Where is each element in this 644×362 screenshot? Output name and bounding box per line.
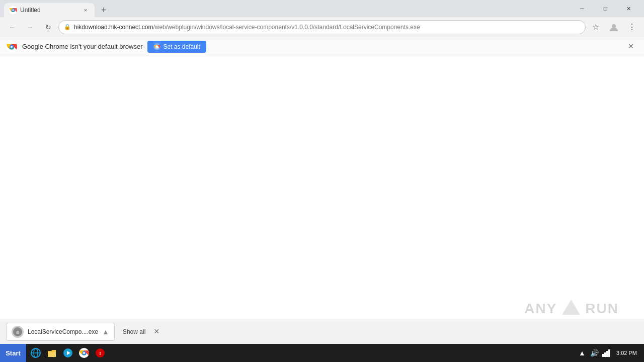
- system-clock[interactable]: 3:02 PM: [613, 349, 640, 356]
- address-host: hikdownload.hik-connect.com: [74, 24, 153, 31]
- clock-time: 3:02 PM: [616, 349, 637, 356]
- account-button[interactable]: [606, 19, 622, 35]
- anyrun-taskbar-icon: !: [95, 348, 105, 358]
- download-filename: LocalServiceCompo....exe: [28, 328, 98, 335]
- set-default-icon: [153, 43, 160, 50]
- folder-icon: [47, 348, 57, 358]
- bookmark-button[interactable]: ☆: [588, 19, 604, 35]
- close-download-bar-button[interactable]: ×: [149, 325, 164, 339]
- svg-point-24: [83, 352, 85, 354]
- chrome-logo-icon: [6, 41, 17, 52]
- info-bar: Google Chrome isn't your default browser…: [0, 37, 644, 56]
- close-info-button[interactable]: ×: [624, 40, 638, 54]
- nav-bar: ← → ↻ 🔒 hikdownload.hik-connect.com/web/…: [0, 17, 644, 37]
- title-bar: Untitled × + ─ □ ✕: [0, 0, 644, 17]
- svg-rect-29: [606, 351, 608, 357]
- close-window-button[interactable]: ✕: [617, 0, 640, 17]
- set-default-label: Set as default: [163, 43, 200, 50]
- tab-area: Untitled × +: [4, 0, 571, 17]
- taskbar-ie-icon[interactable]: [28, 344, 43, 362]
- new-tab-button[interactable]: +: [97, 3, 111, 17]
- download-file-icon: E: [12, 326, 24, 338]
- svg-text:!: !: [100, 351, 101, 356]
- taskbar-chrome-icon[interactable]: [76, 344, 92, 362]
- start-button[interactable]: Start: [0, 344, 26, 362]
- watermark-logo: [561, 299, 581, 319]
- show-all-button[interactable]: Show all: [119, 326, 149, 337]
- close-tab-button[interactable]: ×: [82, 6, 90, 14]
- taskbar: Start: [0, 344, 644, 362]
- info-message: Google Chrome isn't your default browser: [22, 43, 142, 50]
- chrome-tab-icon: [9, 6, 17, 14]
- address-text: hikdownload.hik-connect.com/web/webplugi…: [74, 24, 580, 31]
- svg-point-4: [612, 24, 616, 28]
- exe-file-icon: E: [13, 327, 22, 336]
- network-icon: [602, 349, 610, 357]
- download-item: E LocalServiceCompo....exe ▲: [6, 323, 115, 341]
- account-icon: [609, 22, 619, 32]
- svg-point-11: [156, 45, 158, 48]
- watermark: ANY RUN: [524, 299, 619, 319]
- lock-icon: 🔒: [64, 24, 71, 30]
- download-bar: E LocalServiceCompo....exe ▲ Show all ×: [0, 319, 644, 344]
- tray-arrow-icon[interactable]: ▲: [577, 344, 587, 362]
- taskbar-media-icon[interactable]: [60, 344, 75, 362]
- taskbar-icons: !: [26, 344, 110, 362]
- page-content: [0, 56, 644, 319]
- reload-button[interactable]: ↻: [40, 19, 56, 35]
- window-controls: ─ □ ✕: [571, 0, 640, 17]
- svg-rect-28: [604, 352, 606, 357]
- maximize-button[interactable]: □: [594, 0, 617, 17]
- tab-title: Untitled: [20, 7, 78, 14]
- start-label: Start: [6, 349, 21, 357]
- menu-button[interactable]: ⋮: [624, 19, 640, 35]
- address-bar[interactable]: 🔒 hikdownload.hik-connect.com/web/webplu…: [58, 20, 586, 34]
- tray-volume-icon[interactable]: 🔊: [589, 344, 599, 362]
- download-expand-button[interactable]: ▲: [102, 328, 109, 336]
- tray-area: ▲ 🔊 3:02 PM: [573, 344, 644, 362]
- svg-rect-27: [602, 354, 604, 357]
- watermark-text: ANY: [524, 301, 557, 317]
- forward-button[interactable]: →: [22, 19, 38, 35]
- browser-tab[interactable]: Untitled ×: [4, 3, 95, 17]
- set-default-button[interactable]: Set as default: [147, 41, 206, 53]
- svg-point-3: [13, 10, 14, 11]
- media-icon: [63, 348, 73, 358]
- taskbar-anyrun-icon[interactable]: !: [93, 344, 108, 362]
- chrome-taskbar-icon: [79, 348, 89, 358]
- ie-icon: [31, 348, 41, 358]
- back-button[interactable]: ←: [4, 19, 20, 35]
- address-path: /web/webplugin/windows/local-service-com…: [153, 24, 420, 31]
- taskbar-explorer-icon[interactable]: [44, 344, 59, 362]
- svg-rect-30: [608, 349, 610, 357]
- tray-network-icon[interactable]: [601, 344, 611, 362]
- svg-point-8: [11, 46, 13, 48]
- watermark-run: RUN: [585, 301, 619, 317]
- svg-text:E: E: [16, 330, 19, 335]
- minimize-button[interactable]: ─: [571, 0, 594, 17]
